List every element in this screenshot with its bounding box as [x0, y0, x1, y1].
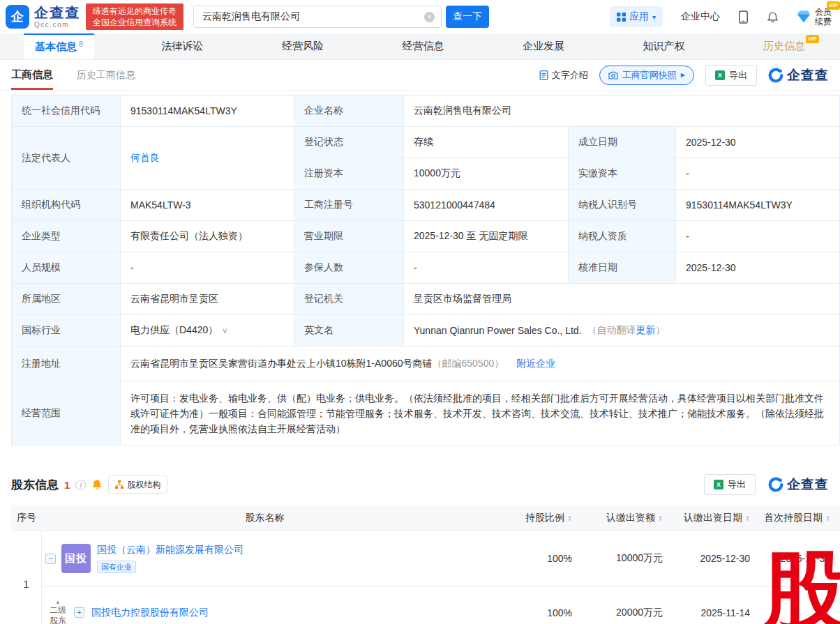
field-reg-no-value: 530121000447484: [404, 190, 569, 221]
nearby-companies-link[interactable]: 附近企业: [516, 358, 555, 370]
tab-operating-risk[interactable]: 经营风险: [271, 33, 335, 59]
field-reg-status-label: 登记状态: [294, 127, 404, 158]
column-amount-sort[interactable]: 认缴出资额 ▲▼: [582, 512, 673, 524]
shareholder-company-link[interactable]: 国投（云南）新能源发展有限公司: [97, 544, 488, 556]
sort-icon: ▲▼: [658, 515, 663, 522]
chevron-down-icon[interactable]: ∨: [222, 326, 227, 335]
auto-translate-note: （自动翻译: [587, 324, 636, 337]
text-intro-link[interactable]: 文字介绍: [539, 69, 588, 82]
subnav-actions: 文字介绍 工商官网快照 ▶ X 导出 企查查: [539, 65, 829, 86]
logo-name: 企查查: [34, 5, 80, 21]
auto-translate-note-close: ）: [655, 324, 665, 337]
subtab-history-label: 历史工商信息: [77, 69, 135, 82]
tab-history-vip-badge: VIP: [806, 35, 819, 43]
notification-bell-icon[interactable]: [767, 11, 779, 23]
field-company-type-value: 有限责任公司（法人独资）: [121, 221, 294, 252]
table-row: 法定代表人 何首良 登记状态 存续 成立日期 2025-12-30 注册资本 1…: [12, 127, 840, 190]
subtab-business-info[interactable]: 工商信息: [11, 60, 53, 90]
field-staff-value: -: [121, 252, 294, 284]
equity-structure-button[interactable]: 股权结构: [108, 475, 167, 494]
official-snapshot-button[interactable]: 工商官网快照 ▶: [599, 66, 694, 85]
translate-update-link[interactable]: 更新: [636, 324, 655, 337]
collapse-toggle[interactable]: −: [45, 554, 56, 564]
logo-domain: Qcc.com: [34, 21, 80, 29]
field-paid-capital-label: 实缴资本: [569, 158, 676, 190]
search-button[interactable]: 查一下: [446, 6, 489, 28]
level-arrow-icon: ▲: [55, 599, 61, 605]
enterprise-center-link[interactable]: 企业中心: [681, 10, 720, 23]
mobile-app-icon[interactable]: [738, 10, 749, 24]
shareholders-section: 股东信息 1 i 股权结构 X: [0, 473, 840, 624]
shareholder-company-link[interactable]: 国投电力控股股份有限公司: [91, 607, 488, 619]
field-credit-code-label: 统一社会信用代码: [12, 96, 121, 127]
caret-down-icon: ▾: [652, 13, 656, 21]
field-region-label: 所属地区: [12, 284, 121, 315]
org-chart-icon: [115, 480, 123, 489]
field-english-name-label: 英文名: [294, 315, 404, 347]
subscribe-bell-icon[interactable]: [91, 479, 103, 490]
field-region-value: 云南省昆明市呈贡区: [121, 284, 294, 315]
column-first-date-sort[interactable]: 首次持股日期 ▲▼: [760, 512, 840, 524]
business-info-table: 统一社会信用代码 91530114MAK54LTW3Y 企业名称 云南乾润售电有…: [11, 95, 840, 446]
qcc-ring-icon: [768, 477, 783, 492]
qcc-logo[interactable]: 企 企查查 Qcc.com: [6, 5, 80, 29]
table-row: 人员规模 - 参保人数 - 核准日期 2025-12-30: [12, 252, 840, 284]
shareholders-header-actions: X 导出 企查查: [704, 474, 829, 495]
tab-basic-info-label: 基本信息: [35, 40, 77, 54]
tab-intellectual-property[interactable]: 知识产权: [631, 33, 696, 59]
sub-nav: 工商信息 历史工商信息 文字介绍 工商官网快照 ▶: [0, 60, 840, 91]
shareholders-count: 1: [64, 479, 70, 491]
shareholders-title: 股东信息: [11, 477, 59, 493]
export-button[interactable]: X 导出: [705, 65, 757, 86]
field-taxpayer-id-value: 91530114MAK54LTW3Y: [676, 190, 840, 221]
tab-history-info[interactable]: 历史信息 VIP: [752, 33, 816, 59]
field-taxpayer-id-label: 纳税人识别号: [569, 190, 676, 221]
table-row: 国标行业 电力供应（D4420） ∨ 英文名 Yunnan Qianrun Po…: [12, 315, 840, 347]
expand-toggle[interactable]: +: [74, 607, 84, 618]
apps-button[interactable]: 应用 ▾: [610, 6, 663, 27]
top-right-actions: 应用 ▾ 企业中心 会员: [610, 6, 832, 27]
subtab-history-business-info[interactable]: 历史工商信息: [77, 60, 135, 90]
tab-company-development[interactable]: 企业发展: [511, 33, 576, 59]
field-term-label: 营业期限: [294, 221, 404, 252]
clear-search-icon[interactable]: ×: [424, 12, 435, 22]
table-row: 所属地区 云南省昆明市呈贡区 登记机关 呈贡区市场监督管理局: [12, 284, 840, 315]
qcc-watermark-text: 企查查: [787, 475, 829, 494]
shareholders-export-label: 导出: [728, 478, 746, 491]
field-legal-rep-value: 何首良: [121, 127, 294, 190]
sort-icon: ▲▼: [567, 515, 572, 522]
member-renewal[interactable]: 会员 续费 VIP: [797, 7, 832, 26]
second-level-label: ▲ 二级股东: [47, 599, 68, 624]
search-input[interactable]: [202, 11, 424, 22]
shareholder-group: 1 − 国投 国投（云南）新能源发展有限公司 国有企业 100% 10000万元…: [11, 531, 840, 624]
qcc-company-page: 企 企查查 Qcc.com 缔造有远见的商业传奇 全国企业信用查询系统 × 查一…: [0, 0, 840, 624]
qcc-watermark-logo: 企查查: [768, 475, 829, 494]
qcc-logo-text: 企查查 Qcc.com: [34, 5, 80, 29]
shareholder-amount: 20000万元: [582, 607, 673, 619]
column-ratio-sort[interactable]: 持股比例 ▲▼: [488, 512, 582, 524]
shareholders-export-button[interactable]: X 导出: [704, 474, 756, 495]
column-date-sort[interactable]: 认缴出资日期 ▲▼: [673, 512, 760, 524]
legal-rep-link[interactable]: 何首良: [130, 152, 160, 165]
field-authority-label: 登记机关: [294, 284, 404, 315]
table-row: 统一社会信用代码 91530114MAK54LTW3Y 企业名称 云南乾润售电有…: [12, 96, 840, 127]
field-company-type-label: 企业类型: [12, 221, 121, 252]
tab-basic-info[interactable]: 基本信息 8: [24, 33, 94, 59]
camera-icon: [608, 71, 618, 79]
arrow-right-icon: ▶: [681, 72, 685, 78]
tab-operating-info[interactable]: 经营信息: [391, 33, 456, 59]
field-staff-label: 人员规模: [12, 252, 121, 284]
vip-gem-icon: [797, 10, 811, 23]
tab-legal-proceedings[interactable]: 法律诉讼: [151, 33, 215, 59]
field-establish-date-label: 成立日期: [569, 127, 676, 158]
field-establish-date-value: 2025-12-30: [676, 127, 840, 158]
shareholders-table-header: 序号 股东名称 持股比例 ▲▼ 认缴出资额 ▲▼ 认缴出资日期 ▲▼ 首次持股日…: [11, 505, 840, 531]
equity-structure-label: 股权结构: [127, 479, 160, 491]
field-scope-value: 许可项目：发电业务、输电业务、供（配）电业务；供电业务。（依法须经批准的项目，经…: [121, 381, 840, 446]
tab-ip-label: 知识产权: [643, 40, 684, 53]
state-owned-tag[interactable]: 国有企业: [97, 561, 136, 573]
table-row: 注册资本 10000万元 实缴资本 -: [294, 158, 840, 190]
info-icon[interactable]: i: [75, 480, 86, 490]
text-intro-label: 文字介绍: [552, 69, 588, 82]
field-term-value: 2025-12-30 至 无固定期限: [404, 221, 569, 252]
